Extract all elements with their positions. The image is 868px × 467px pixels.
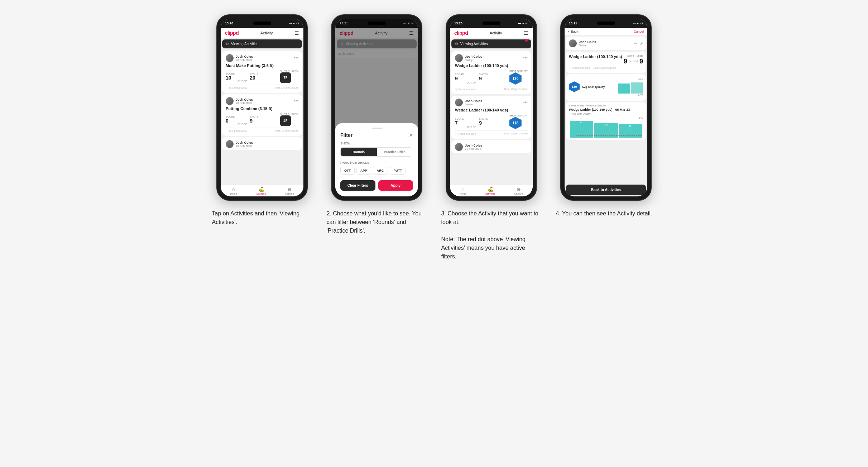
footer-right-3-1: Data: Clippd Capture <box>504 88 528 91</box>
shots-label-1: Shots <box>250 72 258 75</box>
sq-label-3-2: Shot Quality <box>509 114 528 117</box>
shots-val-1: 20 <box>250 75 258 81</box>
tag-arg[interactable]: ARG <box>373 167 388 175</box>
notch-pill-3 <box>483 22 500 25</box>
shots-label-3-1: Shots <box>479 73 488 76</box>
sq-label-3-1: Shot Quality <box>509 70 528 72</box>
activity-card-3-partial: Josh Coles 28 Feb 2023 <box>222 137 302 150</box>
back-activities-btn[interactable]: Back to Activities <box>566 185 646 195</box>
score-label-2: Score <box>226 115 235 118</box>
activity-card-3-1[interactable]: Josh Coles Today ••• Wedge Ladder (100-1… <box>451 51 531 94</box>
user-date-1: 28 Feb 2023 <box>236 58 253 62</box>
dots-btn-2[interactable]: ••• <box>294 99 298 104</box>
shots-val-3-1: 9 <box>479 76 488 81</box>
test-info-4: ⓘ Test Information Data: Clippd Capture <box>569 66 643 70</box>
session-label: Player Activity > Practice Session <box>569 104 643 107</box>
activity-title-2: Putting Combine (3-15 ft) <box>226 106 298 111</box>
apply-btn[interactable]: Apply <box>378 180 413 191</box>
detail-user-card: Josh Coles Today ✏ ⤢ <box>566 37 646 50</box>
close-filter-btn[interactable]: ✕ <box>409 132 413 138</box>
shots-val-2: 9 <box>250 118 258 124</box>
step-4-desc: 4. You can then see the Activity detail. <box>556 209 656 218</box>
notch-pill-1 <box>253 22 271 25</box>
avatar-4 <box>569 39 577 47</box>
detail-activity-title: Wedge Ladder (100-140 yds) <box>569 54 624 59</box>
step-1-desc: Tap on Activities and then 'Viewing Acti… <box>212 209 312 227</box>
user-date-3-3: 28 Feb 2023 <box>465 147 482 151</box>
score-val-3-1: 9 <box>455 76 464 81</box>
back-btn[interactable]: < Back <box>568 30 578 33</box>
toggle-rounds[interactable]: Rounds <box>341 148 377 156</box>
session-card: Player Activity > Practice Session Wedge… <box>566 102 646 140</box>
footer-left-3-1: ⓘ Test Information <box>455 88 476 91</box>
banner-3[interactable]: ⚙ Viewing Activities <box>451 39 531 48</box>
drill-sub-4: → Avg Shot Quality <box>569 113 643 115</box>
signal-1: ▪▪▪ ✦ 44 <box>289 22 299 25</box>
clear-filters-btn[interactable]: Clear Filters <box>340 180 375 191</box>
nav-capture-3[interactable]: ⊕ Capture <box>514 186 523 195</box>
user-date-2: 28 Feb 2023 <box>236 101 253 105</box>
step-2-desc: 2. Choose what you'd like to see. You ca… <box>327 209 427 235</box>
nav-home-1[interactable]: ⌂ Home <box>230 186 237 195</box>
phone-4: 13:21 ▪▪▪ ✦ 44 < Back Cancel Josh Col <box>560 14 652 201</box>
phone-3: 13:20 ▪▪▪ ✦ 44 clippd Activity ☰ ⚙ Viewi… <box>446 14 537 201</box>
drill-label-4: Wedge Ladder (100-140 yds) - 06 Mar 23 <box>569 108 643 111</box>
show-label: Show <box>340 142 413 145</box>
tag-app[interactable]: APP <box>356 167 371 175</box>
activity-card-3-3-partial: Josh Coles 28 Feb 2023 <box>451 140 531 153</box>
out-of-1: OUT OF <box>238 80 247 82</box>
card-user-1: Josh Coles 28 Feb 2023 <box>226 54 253 62</box>
time-1: 13:20 <box>225 22 233 25</box>
out-of-3-1: OUT OF <box>467 81 476 84</box>
hamburger-3[interactable]: ☰ <box>524 30 528 36</box>
sq-badge-1: 75 <box>280 72 291 83</box>
shots-label-2: Shots <box>250 115 258 118</box>
logo-1: clippd <box>225 30 239 36</box>
dots-btn-1[interactable]: ••• <box>294 56 298 61</box>
user-date-4: Today <box>579 44 596 47</box>
capture-icon-1: ⊕ <box>287 186 292 192</box>
card-user-3-1: Josh Coles Today <box>455 54 482 62</box>
dots-btn-3-2[interactable]: ••• <box>523 100 528 105</box>
step-3-desc: 3. Choose the Activity that you want to … <box>441 209 542 261</box>
edit-icon-4[interactable]: ✏ <box>634 41 637 46</box>
home-icon-3: ⌂ <box>461 186 464 192</box>
home-icon-1: ⌂ <box>232 186 235 192</box>
tag-ott[interactable]: OTT <box>340 167 355 175</box>
activities-label-3: Activities <box>485 192 495 195</box>
capture-label-3: Capture <box>514 192 523 195</box>
chart-section: 130 Avg Shot Quality 130 APP <box>566 74 646 101</box>
footer-right-2: Data: Clippd Capture <box>275 129 298 133</box>
nav-capture-1[interactable]: ⊕ Capture <box>285 186 294 195</box>
score-val-1: 10 <box>226 75 235 81</box>
nav-home-3[interactable]: ⌂ Home <box>460 186 466 195</box>
filter-icon-1: ⚙ <box>226 42 229 46</box>
activity-card-2[interactable]: Josh Coles 28 Feb 2023 ••• Putting Combi… <box>222 94 302 136</box>
chart-label-4: APP <box>638 94 643 96</box>
tag-putt[interactable]: PUTT <box>390 167 406 175</box>
sq-badge-2: 45 <box>280 115 291 126</box>
step-4-col: 13:21 ▪▪▪ ✦ 44 < Back Cancel Josh Col <box>556 14 656 218</box>
out-of-3-2: OUT OF <box>467 126 476 128</box>
activity-title-3-2: Wedge Ladder (100-140 yds) <box>455 108 528 112</box>
footer-left-2: ⓘ Test Information <box>226 129 247 133</box>
toggle-drills[interactable]: Practice Drills <box>377 148 413 156</box>
card-user-3: Josh Coles 28 Feb 2023 <box>226 140 253 148</box>
activity-card-1[interactable]: Josh Coles 28 Feb 2023 ••• Must Make Put… <box>222 51 302 93</box>
nav-activities-3[interactable]: ⛳ Activities <box>485 186 495 195</box>
mini-chart <box>618 81 643 94</box>
activity-title-1: Must Make Putting (3-6 ft) <box>226 63 298 68</box>
activity-card-3-2[interactable]: Josh Coles Today ••• Wedge Ladder (100-1… <box>451 96 531 139</box>
expand-icon-4[interactable]: ⤢ <box>640 41 643 46</box>
dots-btn-3-1[interactable]: ••• <box>523 56 528 61</box>
sq-hex-4: 130 <box>569 81 580 92</box>
phone-1: 13:20 ▪▪▪ ✦ 44 clippd Activity ☰ ⚙ Viewi… <box>216 14 308 201</box>
cancel-btn[interactable]: Cancel <box>634 30 644 33</box>
hamburger-1[interactable]: ☰ <box>294 30 299 36</box>
shots-val-3-2: 9 <box>479 120 488 126</box>
activity-title-3-1: Wedge Ladder (100-140 yds) <box>455 63 528 68</box>
filter-title: Filter <box>340 132 353 138</box>
nav-activities-1[interactable]: ⛳ Activities <box>256 186 266 195</box>
banner-1[interactable]: ⚙ Viewing Activities <box>222 39 302 48</box>
filter-overlay: Filter ✕ Show Rounds Practice Drills Pra… <box>335 19 418 196</box>
